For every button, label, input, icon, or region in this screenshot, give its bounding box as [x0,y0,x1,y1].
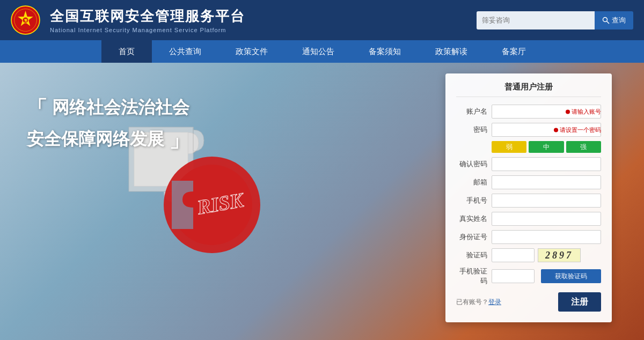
nav-item-filing[interactable]: 备案须知 [352,40,418,63]
nav: 首页 公共查询 政策文件 通知公告 备案须知 政策解读 备案厅 [0,40,644,63]
password-label: 密码 [456,125,487,135]
confirm-password-row: 确认密码 [456,157,601,171]
phone-input[interactable] [492,194,601,208]
phone-label: 手机号 [456,196,487,205]
password-strength-row: 弱 中 强 [492,141,601,153]
phone-captcha-row: 手机验证码 获取验证码 [456,267,601,286]
id-row: 身份证号 [456,230,601,244]
confirm-password-label: 确认密码 [456,159,487,169]
email-row: 邮箱 [456,175,601,189]
form-bottom: 已有账号？登录 注册 [456,292,601,312]
svg-point-5 [603,17,608,21]
realname-label: 真实姓名 [456,214,487,224]
nav-item-home[interactable]: 首页 [101,40,152,63]
header-title-block: 全国互联网安全管理服务平台 National Internet Security… [50,7,467,33]
logo-emblem: 警 [11,5,40,35]
error-dot [566,109,570,114]
svg-line-6 [607,21,610,24]
captcha-input[interactable] [492,248,535,262]
captcha-label: 验证码 [456,250,487,260]
registration-form: 普通用户注册 账户名 请输入账号 密码 请设置一个密码 弱 中 强 [445,73,612,322]
login-link[interactable]: 登录 [488,298,501,306]
hero-line2: 安全保障网络发展 」 [27,127,189,154]
email-label: 邮箱 [456,178,487,187]
id-input[interactable] [492,230,601,244]
phone-captcha-label: 手机验证码 [456,267,487,286]
search-button[interactable]: 查询 [595,11,633,29]
nav-item-inquiry[interactable]: 公共查询 [152,40,218,63]
bracket-right: 」 [169,129,189,151]
strength-strong-btn[interactable]: 强 [566,141,601,153]
realname-input[interactable] [492,212,601,226]
register-button[interactable]: 注册 [558,292,601,312]
search-input[interactable] [477,11,595,29]
realname-row: 真实姓名 [456,212,601,226]
hero-text: 「 网络社会法治社会 安全保障网络发展 」 [27,95,189,154]
nav-item-notice[interactable]: 通知公告 [285,40,352,63]
username-error: 请输入账号 [566,108,601,116]
error-dot2 [554,128,558,132]
bracket-left: 「 [27,97,47,120]
id-label: 身份证号 [456,232,487,242]
header: 警 全国互联网安全管理服务平台 National Internet Securi… [0,0,644,40]
phone-captcha-input[interactable] [492,269,535,283]
nav-item-policyread[interactable]: 政策解读 [418,40,485,63]
form-title: 普通用户注册 [456,82,601,97]
captcha-row: 验证码 2897 [456,248,601,262]
password-row: 密码 请设置一个密码 [456,123,601,137]
nav-item-hall[interactable]: 备案厅 [485,40,543,63]
login-hint: 已有账号？登录 [456,298,501,307]
phone-row: 手机号 [456,194,601,208]
search-area: 查询 [477,11,633,29]
strength-mid-btn[interactable]: 中 [529,141,564,153]
strength-weak-btn[interactable]: 弱 [492,141,526,153]
search-icon [602,17,610,24]
username-label: 账户名 [456,107,487,116]
get-captcha-button[interactable]: 获取验证码 [541,269,601,283]
password-error: 请设置一个密码 [554,126,601,134]
main-content: 「 网络社会法治社会 安全保障网络发展 」 RISK [0,63,644,340]
hero-line1: 「 网络社会法治社会 [27,95,189,122]
confirm-password-input[interactable] [492,157,601,171]
svg-text:警: 警 [24,18,28,22]
nav-item-policy[interactable]: 政策文件 [218,40,285,63]
site-subtitle: National Internet Security Management Se… [50,27,467,33]
username-row: 账户名 请输入账号 [456,105,601,119]
captcha-image[interactable]: 2897 [538,248,581,262]
email-input[interactable] [492,175,601,189]
site-title: 全国互联网安全管理服务平台 [50,7,467,26]
